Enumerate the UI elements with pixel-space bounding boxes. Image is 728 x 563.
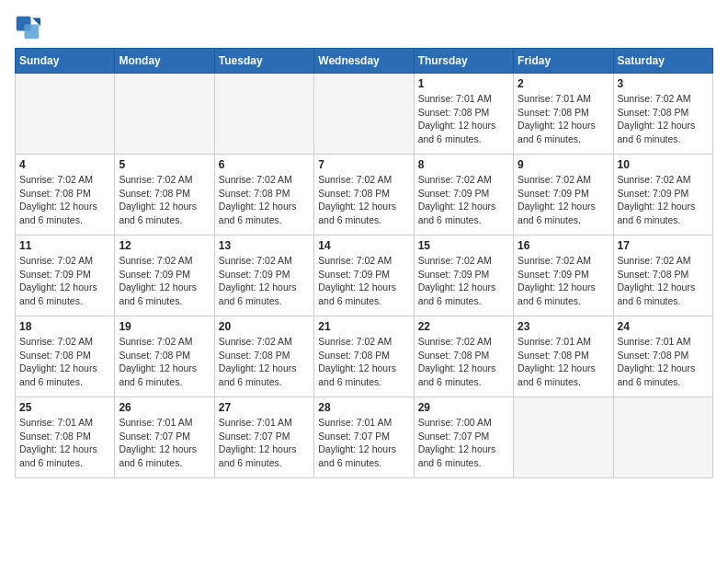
- day-number: 27: [219, 401, 310, 414]
- day-info: Sunrise: 7:02 AMSunset: 7:08 PMDaylight:…: [119, 335, 210, 389]
- day-info: Sunrise: 7:01 AMSunset: 7:07 PMDaylight:…: [219, 416, 310, 470]
- calendar-cell: 26Sunrise: 7:01 AMSunset: 7:07 PMDayligh…: [115, 397, 214, 478]
- day-info: Sunrise: 7:01 AMSunset: 7:08 PMDaylight:…: [518, 335, 609, 389]
- calendar-cell: 23Sunrise: 7:01 AMSunset: 7:08 PMDayligh…: [514, 316, 613, 397]
- day-number: 21: [318, 320, 409, 333]
- calendar-cell: 13Sunrise: 7:02 AMSunset: 7:09 PMDayligh…: [214, 236, 313, 316]
- calendar-cell: 8Sunrise: 7:02 AMSunset: 7:09 PMDaylight…: [414, 155, 513, 236]
- day-info: Sunrise: 7:02 AMSunset: 7:09 PMDaylight:…: [518, 254, 609, 308]
- day-info: Sunrise: 7:02 AMSunset: 7:08 PMDaylight:…: [318, 335, 409, 389]
- calendar-cell: 24Sunrise: 7:01 AMSunset: 7:08 PMDayligh…: [613, 316, 712, 397]
- day-number: 29: [418, 401, 509, 414]
- calendar-cell: 12Sunrise: 7:02 AMSunset: 7:09 PMDayligh…: [115, 236, 214, 316]
- day-number: 14: [318, 239, 409, 252]
- day-info: Sunrise: 7:02 AMSunset: 7:09 PMDaylight:…: [119, 254, 210, 308]
- calendar-table: SundayMondayTuesdayWednesdayThursdayFrid…: [15, 48, 713, 478]
- page-header: [15, 15, 713, 40]
- calendar-cell: 27Sunrise: 7:01 AMSunset: 7:07 PMDayligh…: [214, 397, 313, 478]
- day-number: 17: [618, 239, 709, 252]
- day-number: 12: [119, 239, 210, 252]
- day-number: 3: [618, 77, 709, 90]
- day-number: 7: [318, 158, 409, 171]
- calendar-cell: [16, 74, 115, 155]
- day-number: 18: [19, 320, 110, 333]
- weekday-header-sunday: Sunday: [16, 49, 115, 74]
- calendar-cell: 7Sunrise: 7:02 AMSunset: 7:08 PMDaylight…: [314, 155, 414, 236]
- day-number: 9: [518, 158, 609, 171]
- calendar-cell: 25Sunrise: 7:01 AMSunset: 7:08 PMDayligh…: [16, 397, 115, 478]
- day-number: 22: [418, 320, 509, 333]
- calendar-cell: 1Sunrise: 7:01 AMSunset: 7:08 PMDaylight…: [414, 74, 513, 155]
- calendar-header-row: SundayMondayTuesdayWednesdayThursdayFrid…: [16, 49, 713, 74]
- svg-rect-1: [25, 25, 40, 40]
- logo: [15, 15, 44, 40]
- day-number: 10: [618, 158, 709, 171]
- calendar-cell: 19Sunrise: 7:02 AMSunset: 7:08 PMDayligh…: [115, 316, 214, 397]
- day-number: 2: [518, 77, 609, 90]
- calendar-cell: 16Sunrise: 7:02 AMSunset: 7:09 PMDayligh…: [514, 236, 613, 316]
- calendar-cell: [613, 397, 712, 478]
- day-info: Sunrise: 7:00 AMSunset: 7:07 PMDaylight:…: [418, 416, 509, 470]
- calendar-week-1: 1Sunrise: 7:01 AMSunset: 7:08 PMDaylight…: [16, 74, 713, 155]
- day-info: Sunrise: 7:01 AMSunset: 7:08 PMDaylight:…: [518, 92, 609, 146]
- day-info: Sunrise: 7:02 AMSunset: 7:09 PMDaylight:…: [318, 254, 409, 308]
- day-info: Sunrise: 7:01 AMSunset: 7:07 PMDaylight:…: [318, 416, 409, 470]
- logo-icon: [15, 15, 40, 40]
- day-number: 24: [618, 320, 709, 333]
- calendar-cell: 14Sunrise: 7:02 AMSunset: 7:09 PMDayligh…: [314, 236, 414, 316]
- calendar-cell: 18Sunrise: 7:02 AMSunset: 7:08 PMDayligh…: [16, 316, 115, 397]
- calendar-cell: 29Sunrise: 7:00 AMSunset: 7:07 PMDayligh…: [414, 397, 513, 478]
- calendar-cell: 11Sunrise: 7:02 AMSunset: 7:09 PMDayligh…: [16, 236, 115, 316]
- day-number: 16: [518, 239, 609, 252]
- calendar-cell: 28Sunrise: 7:01 AMSunset: 7:07 PMDayligh…: [314, 397, 414, 478]
- day-info: Sunrise: 7:02 AMSunset: 7:08 PMDaylight:…: [19, 335, 110, 389]
- calendar-cell: 21Sunrise: 7:02 AMSunset: 7:08 PMDayligh…: [314, 316, 414, 397]
- day-info: Sunrise: 7:02 AMSunset: 7:08 PMDaylight:…: [318, 173, 409, 227]
- calendar-cell: 5Sunrise: 7:02 AMSunset: 7:08 PMDaylight…: [115, 155, 214, 236]
- calendar-week-4: 18Sunrise: 7:02 AMSunset: 7:08 PMDayligh…: [16, 316, 713, 397]
- day-info: Sunrise: 7:01 AMSunset: 7:07 PMDaylight:…: [119, 416, 210, 470]
- day-info: Sunrise: 7:02 AMSunset: 7:08 PMDaylight:…: [418, 335, 509, 389]
- day-number: 5: [119, 158, 210, 171]
- day-number: 8: [418, 158, 509, 171]
- day-info: Sunrise: 7:02 AMSunset: 7:08 PMDaylight:…: [219, 173, 310, 227]
- calendar-cell: 17Sunrise: 7:02 AMSunset: 7:08 PMDayligh…: [613, 236, 712, 316]
- calendar-cell: 3Sunrise: 7:02 AMSunset: 7:08 PMDaylight…: [613, 74, 712, 155]
- day-info: Sunrise: 7:02 AMSunset: 7:09 PMDaylight:…: [418, 254, 509, 308]
- weekday-header-tuesday: Tuesday: [214, 49, 313, 74]
- calendar-cell: 4Sunrise: 7:02 AMSunset: 7:08 PMDaylight…: [16, 155, 115, 236]
- calendar-cell: 6Sunrise: 7:02 AMSunset: 7:08 PMDaylight…: [214, 155, 313, 236]
- calendar-week-5: 25Sunrise: 7:01 AMSunset: 7:08 PMDayligh…: [16, 397, 713, 478]
- day-info: Sunrise: 7:02 AMSunset: 7:08 PMDaylight:…: [219, 335, 310, 389]
- day-info: Sunrise: 7:02 AMSunset: 7:09 PMDaylight:…: [418, 173, 509, 227]
- day-info: Sunrise: 7:02 AMSunset: 7:08 PMDaylight:…: [618, 254, 709, 308]
- day-info: Sunrise: 7:01 AMSunset: 7:08 PMDaylight:…: [418, 92, 509, 146]
- calendar-cell: [314, 74, 414, 155]
- day-number: 23: [518, 320, 609, 333]
- day-info: Sunrise: 7:02 AMSunset: 7:08 PMDaylight:…: [19, 173, 110, 227]
- calendar-cell: 10Sunrise: 7:02 AMSunset: 7:09 PMDayligh…: [613, 155, 712, 236]
- day-number: 20: [219, 320, 310, 333]
- calendar-cell: 9Sunrise: 7:02 AMSunset: 7:09 PMDaylight…: [514, 155, 613, 236]
- day-number: 4: [19, 158, 110, 171]
- day-info: Sunrise: 7:02 AMSunset: 7:09 PMDaylight:…: [618, 173, 709, 227]
- day-number: 19: [119, 320, 210, 333]
- calendar-cell: 22Sunrise: 7:02 AMSunset: 7:08 PMDayligh…: [414, 316, 513, 397]
- day-number: 28: [318, 401, 409, 414]
- weekday-header-monday: Monday: [115, 49, 214, 74]
- calendar-cell: 15Sunrise: 7:02 AMSunset: 7:09 PMDayligh…: [414, 236, 513, 316]
- day-info: Sunrise: 7:02 AMSunset: 7:09 PMDaylight:…: [19, 254, 110, 308]
- day-number: 26: [119, 401, 210, 414]
- weekday-header-saturday: Saturday: [613, 49, 712, 74]
- weekday-header-wednesday: Wednesday: [314, 49, 414, 74]
- day-number: 25: [19, 401, 110, 414]
- weekday-header-friday: Friday: [514, 49, 613, 74]
- day-info: Sunrise: 7:01 AMSunset: 7:08 PMDaylight:…: [19, 416, 110, 470]
- calendar-cell: [115, 74, 214, 155]
- day-info: Sunrise: 7:02 AMSunset: 7:08 PMDaylight:…: [618, 92, 709, 146]
- day-number: 11: [19, 239, 110, 252]
- calendar-cell: 2Sunrise: 7:01 AMSunset: 7:08 PMDaylight…: [514, 74, 613, 155]
- calendar-week-3: 11Sunrise: 7:02 AMSunset: 7:09 PMDayligh…: [16, 236, 713, 316]
- calendar-cell: [514, 397, 613, 478]
- day-number: 1: [418, 77, 509, 90]
